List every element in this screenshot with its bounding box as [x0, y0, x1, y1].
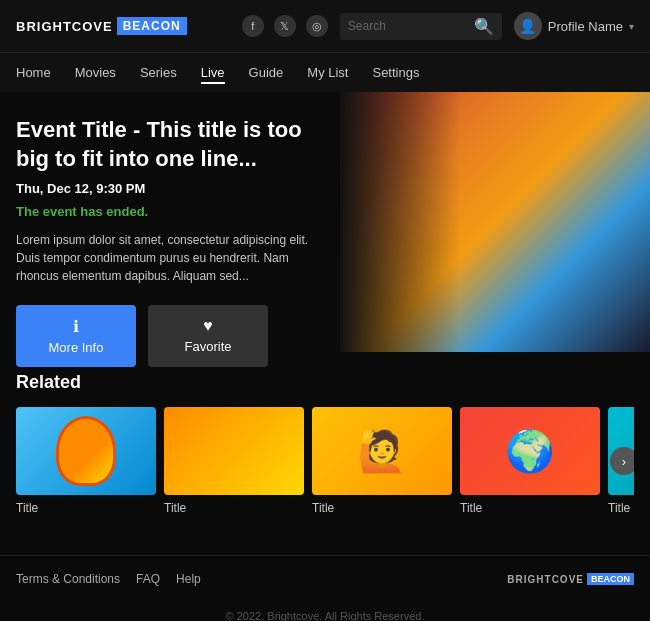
hero-gradient-overlay — [340, 92, 460, 352]
help-link[interactable]: Help — [176, 572, 201, 586]
related-section: Related Title Title 🙋 Title 🌍 Title — [0, 352, 650, 535]
more-info-button[interactable]: ℹ More Info — [16, 305, 136, 367]
list-item[interactable]: Title — [16, 407, 156, 515]
social-icons: f 𝕏 ◎ — [242, 15, 328, 37]
footer-links: Terms & Conditions FAQ Help — [16, 572, 201, 586]
favorite-label: Favorite — [185, 339, 232, 354]
nav-item-mylist[interactable]: My List — [307, 61, 348, 84]
card-thumbnail: 🙋 — [312, 407, 452, 495]
event-date: Thu, Dec 12, 9:30 PM — [16, 181, 324, 196]
nav-item-movies[interactable]: Movies — [75, 61, 116, 84]
logo-beacon: BEACON — [117, 17, 187, 35]
card-title: Title — [16, 501, 156, 515]
hero-image — [340, 92, 650, 352]
search-bar[interactable]: 🔍 — [340, 13, 502, 40]
person-decoration: 🙋 — [357, 428, 407, 475]
event-description: Lorem ipsum dolor sit amet, consectetur … — [16, 231, 324, 285]
instagram-icon[interactable]: ◎ — [306, 15, 328, 37]
header: BRIGHTCOVE BEACON f 𝕏 ◎ 🔍 👤 Profile Name… — [0, 0, 650, 52]
related-cards-container: Title Title 🙋 Title 🌍 Title Title › — [16, 407, 634, 515]
nav-item-live[interactable]: Live — [201, 61, 225, 84]
hero-buttons: ℹ More Info ♥ Favorite — [16, 305, 324, 367]
footer-logo: BRIGHTCOVE BEACON — [507, 573, 634, 585]
more-info-label: More Info — [49, 340, 104, 355]
card-thumbnail — [164, 407, 304, 495]
card-thumbnail — [16, 407, 156, 495]
profile-area[interactable]: 👤 Profile Name ▾ — [514, 12, 634, 40]
hero-section: Event Title - This title is too big to f… — [0, 92, 650, 352]
fruit-decoration — [56, 416, 116, 486]
info-icon: ℹ — [73, 317, 79, 336]
card-title: Title — [608, 501, 634, 515]
faq-link[interactable]: FAQ — [136, 572, 160, 586]
facebook-icon[interactable]: f — [242, 15, 264, 37]
list-item[interactable]: Title — [164, 407, 304, 515]
favorite-button[interactable]: ♥ Favorite — [148, 305, 268, 367]
card-title: Title — [460, 501, 600, 515]
search-input[interactable] — [348, 19, 468, 33]
list-item[interactable]: 🌍 Title — [460, 407, 600, 515]
twitter-icon[interactable]: 𝕏 — [274, 15, 296, 37]
search-icon: 🔍 — [474, 17, 494, 36]
footer-logo-brightcove: BRIGHTCOVE — [507, 574, 584, 585]
header-right: f 𝕏 ◎ 🔍 👤 Profile Name ▾ — [242, 12, 634, 40]
event-title: Event Title - This title is too big to f… — [16, 116, 324, 173]
profile-name: Profile Name — [548, 19, 623, 34]
event-status: The event has ended. — [16, 204, 324, 219]
logo-brightcove: BRIGHTCOVE — [16, 19, 113, 34]
footer-content: Terms & Conditions FAQ Help BRIGHTCOVE B… — [0, 555, 650, 602]
chevron-down-icon: ▾ — [629, 21, 634, 32]
scroll-right-button[interactable]: › — [610, 447, 634, 475]
hero-content: Event Title - This title is too big to f… — [0, 92, 340, 352]
navigation: Home Movies Series Live Guide My List Se… — [0, 52, 650, 92]
nav-item-home[interactable]: Home — [16, 61, 51, 84]
related-title: Related — [16, 372, 634, 393]
card-title: Title — [312, 501, 452, 515]
heart-icon: ♥ — [203, 317, 213, 335]
list-item[interactable]: 🙋 Title — [312, 407, 452, 515]
profile-avatar: 👤 — [514, 12, 542, 40]
card-title: Title — [164, 501, 304, 515]
globe-decoration: 🌍 — [505, 428, 555, 475]
nav-item-series[interactable]: Series — [140, 61, 177, 84]
footer: Terms & Conditions FAQ Help BRIGHTCOVE B… — [0, 555, 650, 621]
nav-item-guide[interactable]: Guide — [249, 61, 284, 84]
footer-logo-beacon: BEACON — [587, 573, 634, 585]
terms-conditions-link[interactable]: Terms & Conditions — [16, 572, 120, 586]
logo: BRIGHTCOVE BEACON — [16, 17, 187, 35]
footer-copyright: © 2022, Brightcove. All Rights Reserved. — [0, 602, 650, 621]
card-thumbnail: 🌍 — [460, 407, 600, 495]
nav-item-settings[interactable]: Settings — [372, 61, 419, 84]
